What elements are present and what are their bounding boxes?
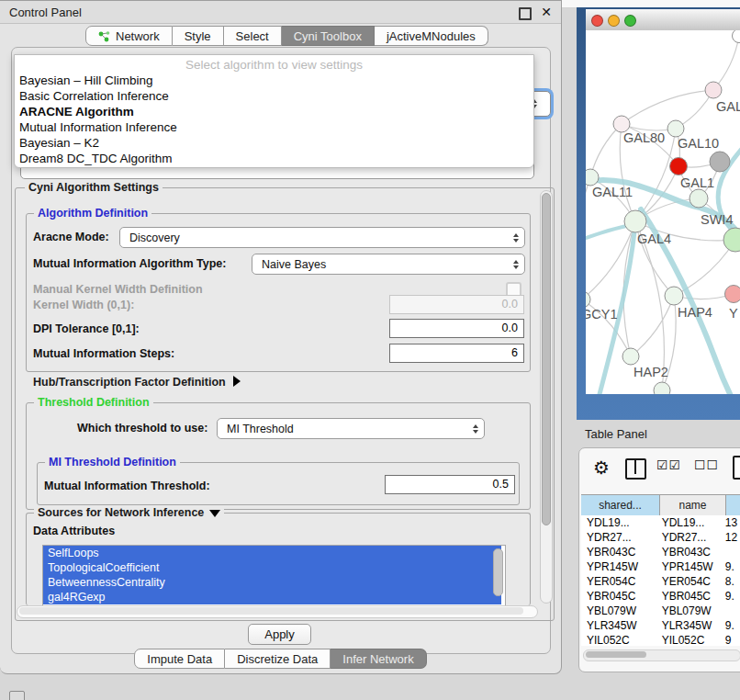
table-cell: YBR043C [656, 545, 720, 559]
float-window-icon[interactable] [519, 7, 532, 20]
minimized-panel-icon[interactable] [9, 691, 25, 700]
table-row[interactable]: YDL19...YDL19...13 [581, 515, 740, 530]
expander-right-icon [233, 376, 241, 387]
table-cell: YER054C [581, 574, 656, 589]
which-threshold-combo[interactable]: MI Threshold [217, 418, 485, 439]
algorithm-option[interactable]: Mutual Information Inference [15, 119, 533, 135]
list-scrollbar-thumb[interactable] [493, 548, 503, 596]
tab-infer-network[interactable]: Infer Network [331, 649, 426, 669]
network-node-big[interactable] [723, 228, 740, 252]
tab-label: Style [185, 29, 211, 43]
select-all-icon[interactable]: ☑☑ [656, 457, 681, 472]
dpi-tolerance-label: DPI Tolerance [0,1]: [33, 322, 140, 335]
network-node-bot[interactable] [654, 382, 670, 394]
column-header-name[interactable]: name [660, 495, 726, 515]
table-row[interactable]: YLR345WYLR345W9. [581, 618, 740, 633]
hub-definition-expander[interactable]: Hub/Transcription Factor Definition [33, 376, 241, 389]
table-horizontal-scrollbar[interactable] [583, 649, 740, 661]
mi-threshold-field[interactable]: 0.5 [385, 475, 515, 494]
algorithm-option[interactable]: Basic Correlation Inference [15, 88, 533, 104]
which-threshold-value: MI Threshold [227, 423, 473, 435]
table-cell: YPR145W [656, 559, 720, 574]
aracne-mode-combo[interactable]: Discovery [119, 227, 525, 248]
kernel-width-field[interactable]: 0.0 [389, 295, 524, 314]
deselect-all-icon[interactable]: ☐☐ [694, 457, 719, 472]
algorithm-option[interactable]: ARACNE Algorithm [15, 104, 533, 119]
kernel-width-label: Kernel Width (0,1): [33, 299, 134, 311]
network-node-gal[interactable] [705, 82, 722, 98]
tab-select[interactable]: Select [224, 26, 282, 46]
data-attribute-item[interactable]: gal4RGexp [43, 590, 501, 604]
node-label-hap2: HAP2 [633, 365, 668, 379]
table-row[interactable]: YIL052CYIL052C9 [581, 633, 740, 646]
table-row[interactable]: YBL079WYBL079W [581, 604, 740, 618]
network-node-gal4[interactable] [624, 210, 646, 232]
scrollbar-thumb[interactable] [586, 651, 646, 658]
data-attributes-label: Data Attributes [33, 525, 115, 537]
tab-jactivemnodules[interactable]: jActiveMNodules [375, 26, 488, 46]
panel-title: Control Panel [9, 6, 82, 19]
table-cell: 9. [720, 589, 740, 604]
tab-label: Network [116, 29, 160, 43]
table-cell: YBR045C [656, 589, 720, 604]
mi-type-combo[interactable]: Naive Bayes [252, 254, 525, 275]
apply-button[interactable]: Apply [248, 624, 311, 645]
network-node-n-top[interactable] [733, 30, 740, 43]
tab-discretize-data[interactable]: Discretize Data [225, 649, 331, 669]
zoom-traffic-light[interactable] [624, 15, 636, 27]
mi-steps-field[interactable]: 6 [389, 344, 524, 363]
mi-threshold-label: Mutual Information Threshold: [44, 480, 210, 492]
scrollbar-thumb[interactable] [542, 193, 551, 525]
network-node-gal11[interactable] [586, 169, 599, 186]
tab-impute-data[interactable]: Impute Data [134, 649, 225, 669]
scrollbar-thumb[interactable] [19, 607, 523, 615]
tab-cyni-toolbox[interactable]: Cyni Toolbox [282, 26, 375, 46]
minimize-traffic-light[interactable] [608, 15, 620, 27]
network-node-y[interactable] [725, 286, 740, 303]
tab-style[interactable]: Style [173, 26, 224, 46]
control-panel-tabs: NetworkStyleSelectCyni ToolboxjActiveMNo… [85, 26, 488, 46]
sources-expander[interactable]: Sources for Network Inference [34, 506, 224, 519]
network-node-hub[interactable] [710, 152, 730, 172]
column-header-shared...[interactable]: shared... [581, 495, 660, 515]
control-panel-titlebar: Control Panel ✕ [0, 1, 561, 24]
close-icon[interactable]: ✕ [541, 5, 552, 19]
table-row[interactable]: YDR27...YDR27...12 [581, 530, 740, 545]
expander-down-icon [209, 510, 220, 517]
network-node-gal1[interactable] [670, 158, 688, 175]
data-attribute-item[interactable]: SelfLoops [43, 546, 501, 560]
table-cell: 13 [720, 515, 740, 530]
gear-icon[interactable]: ⚙ [593, 457, 610, 479]
network-node-swi4[interactable] [690, 189, 708, 208]
table-row[interactable]: YBR043CYBR043C [581, 545, 740, 559]
network-node-gal10[interactable] [667, 120, 684, 137]
network-node-hap2[interactable] [622, 348, 639, 365]
column-layout-icon[interactable] [625, 458, 646, 480]
table-header: shared...name [581, 494, 740, 516]
table-cell: YBL079W [581, 604, 656, 618]
data-attribute-item[interactable]: TopologicalCoefficient [43, 560, 501, 575]
document-icon[interactable] [733, 456, 740, 480]
algorithm-option[interactable]: Bayesian – Hill Climbing [15, 73, 533, 88]
network-node-hap4[interactable] [665, 287, 683, 305]
settings-horizontal-scrollbar[interactable] [17, 605, 538, 618]
settings-vertical-scrollbar[interactable] [540, 190, 553, 604]
table-cell: 9. [720, 559, 740, 574]
table-row[interactable]: YBR045CYBR045C9. [581, 589, 740, 604]
network-icon [98, 30, 110, 42]
tab-network[interactable]: Network [85, 26, 173, 46]
network-canvas[interactable]: GALGAL80GAL10GAL1GAL11SWI4GAL4GCY1HAP4YH… [586, 30, 740, 394]
threshold-definition-title: Threshold Definition [34, 396, 153, 409]
table-row[interactable]: YER054CYER054C8. [581, 574, 740, 589]
dpi-tolerance-field[interactable]: 0.0 [389, 319, 524, 338]
network-edge [631, 296, 674, 356]
column-header-extra[interactable] [726, 495, 740, 515]
table-row[interactable]: YPR145WYPR145W9. [581, 559, 740, 574]
data-attribute-item[interactable]: BetweennessCentrality [43, 575, 501, 590]
close-traffic-light[interactable] [591, 15, 603, 27]
table-cell: YBL079W [656, 604, 720, 618]
node-label-gal10: GAL10 [678, 136, 719, 151]
algorithm-option[interactable]: Bayesian – K2 [15, 135, 533, 151]
algorithm-option[interactable]: Dream8 DC_TDC Algorithm [15, 151, 533, 166]
table-cell: YDR27... [656, 530, 720, 545]
